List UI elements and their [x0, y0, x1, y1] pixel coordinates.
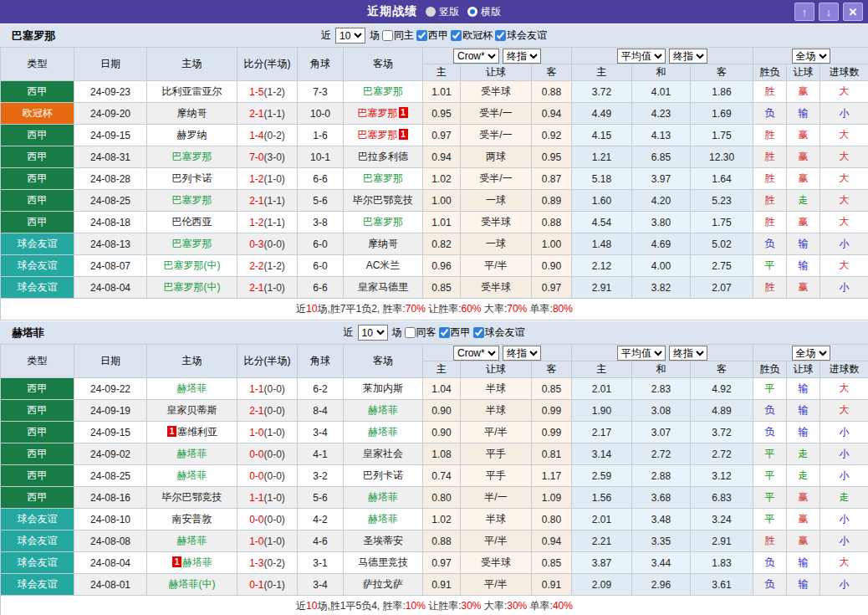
bookmaker-select[interactable]: Crow* — [453, 49, 499, 64]
match-date: 24-08-04 — [74, 277, 147, 299]
verdict-winlose: 负 — [753, 574, 787, 596]
verdict-handicap: 赢 — [787, 487, 820, 509]
verdict-goals: 小 — [820, 574, 868, 596]
bookmaker-select[interactable]: Crow* — [453, 346, 499, 361]
home-team-cell: 赫塔菲(中) — [147, 574, 237, 596]
checkbox-icon[interactable] — [439, 327, 450, 338]
near-label: 近 — [344, 325, 354, 340]
fulltime-score: 1-4 — [249, 130, 263, 141]
odds-home: 1.01 — [423, 81, 461, 103]
league-badge: 球会友谊 — [1, 552, 74, 574]
summary-label: 近 — [296, 303, 306, 315]
odds-handicap: 一球 — [461, 233, 532, 255]
games-count-select[interactable]: 10 — [358, 325, 388, 341]
move-up-button[interactable]: ↑ — [794, 3, 814, 21]
avg-draw: 3.97 — [632, 168, 691, 190]
summary-value: 60% — [462, 303, 482, 315]
score-cell: 1-3(0-2) — [237, 552, 298, 574]
verdict-winlose: 负 — [753, 422, 787, 443]
team-title: 巴塞罗那 — [12, 28, 55, 44]
fulltime-score: 0-0 — [249, 470, 263, 482]
checkbox-icon[interactable] — [416, 30, 427, 41]
column-header: 比分(半场) — [237, 345, 298, 378]
verdict-winlose: 胜 — [753, 125, 787, 146]
league-badge: 西甲 — [1, 443, 74, 465]
avg-home: 1.48 — [572, 233, 632, 255]
checkbox-icon[interactable] — [451, 30, 462, 41]
odds-stage-select[interactable]: 终指 — [503, 49, 541, 64]
home-team-cell: 赫罗纳 — [147, 125, 237, 146]
titlebar-buttons: ↑ ↓ ✕ — [794, 3, 863, 21]
sub-column-header: 主 — [423, 361, 461, 378]
team-name-text: 塞维利亚 — [177, 426, 217, 438]
move-down-button[interactable]: ↓ — [819, 3, 839, 21]
halftime-score: (1-0) — [264, 536, 285, 547]
avg-home: 2.91 — [572, 277, 632, 299]
sub-column-header: 主 — [423, 64, 461, 81]
close-button[interactable]: ✕ — [843, 3, 863, 21]
average-stage-select[interactable]: 终指 — [669, 346, 707, 361]
average-stage-select[interactable]: 终指 — [669, 49, 707, 64]
league-filter-checkbox[interactable]: 球会友谊 — [473, 325, 525, 340]
corner-score: 5-6 — [298, 487, 344, 509]
league-filter-checkbox[interactable]: 西甲 — [439, 325, 471, 340]
odds-home: 0.94 — [423, 146, 461, 168]
verdict-handicap: 输 — [787, 233, 820, 255]
avg-away: 2.07 — [691, 277, 753, 299]
odds-stage-select[interactable]: 终指 — [503, 346, 541, 361]
match-row: 西甲24-09-23比利亚雷亚尔1-5(1-2)7-3巴塞罗那1.01受半球0.… — [1, 81, 868, 103]
odds-home: 1.01 — [423, 212, 461, 233]
verdict-handicap: 走 — [787, 465, 820, 487]
away-team-cell: 巴塞罗那 — [344, 212, 423, 233]
average-select[interactable]: 平均值 — [617, 346, 666, 361]
match-date: 24-08-25 — [74, 190, 147, 212]
match-date: 24-08-07 — [74, 255, 147, 277]
sub-column-header: 主 — [572, 64, 632, 81]
team-name-text: 巴伦西亚 — [172, 216, 212, 228]
away-team-cell: 马德里竞技 — [344, 552, 423, 574]
same-venue-checkbox[interactable]: 同主 — [382, 28, 414, 43]
fulltime-score: 2-1 — [249, 195, 263, 207]
verdict-winlose: 平 — [753, 255, 787, 277]
fulltime-select[interactable]: 全场 — [792, 49, 830, 64]
league-filter-checkbox[interactable]: 欧冠杯 — [451, 28, 493, 43]
team-name-text: 赫塔菲(中) — [169, 578, 216, 590]
team-name-text: 毕尔巴鄂竞技 — [353, 194, 413, 206]
verdict-handicap: 走 — [787, 190, 820, 212]
fulltime-select[interactable]: 全场 — [792, 346, 830, 361]
checkbox-icon[interactable] — [495, 30, 506, 41]
team-name-text: 赫塔菲 — [368, 426, 398, 438]
view-option-horizontal[interactable]: 横版 — [467, 5, 501, 19]
fulltime-score: 1-1 — [249, 492, 263, 504]
checkbox-icon[interactable] — [382, 30, 393, 41]
avg-draw: 2.83 — [632, 378, 691, 400]
away-team: 巴塞罗那1 — [358, 107, 409, 119]
games-count-select[interactable]: 10 — [335, 28, 365, 44]
column-header: 主场 — [147, 48, 237, 81]
verdict-handicap: 输 — [787, 422, 820, 443]
home-team: 摩纳哥 — [177, 107, 207, 119]
away-team-cell: 巴列卡诺 — [344, 465, 423, 487]
verdict-goals: 小 — [820, 422, 868, 443]
odds-home: 0.85 — [423, 277, 461, 299]
team-name-text: 赫塔菲 — [177, 382, 207, 394]
league-filter-checkbox[interactable]: 西甲 — [416, 28, 448, 43]
home-team: 巴塞罗那(中) — [164, 259, 221, 271]
titlebar-center: 近期战绩 竖版 横版 — [0, 4, 868, 19]
league-filter-checkbox[interactable]: 球会友谊 — [495, 28, 547, 43]
average-select[interactable]: 平均值 — [617, 49, 666, 64]
match-date: 24-08-13 — [74, 233, 147, 255]
verdict-winlose: 负 — [753, 233, 787, 255]
column-header: 类型 — [1, 345, 74, 378]
verdict-goals: 大 — [820, 552, 868, 574]
same-venue-checkbox[interactable]: 同客 — [405, 325, 437, 340]
checkbox-icon[interactable] — [473, 327, 484, 338]
team-name-text: 赫塔菲 — [368, 513, 398, 525]
view-option-vertical[interactable]: 竖版 — [426, 5, 459, 19]
verdict-goals: 小 — [820, 277, 868, 299]
avg-away: 1.86 — [691, 81, 753, 103]
column-header: 角球 — [298, 345, 344, 378]
halftime-score: (1-0) — [264, 427, 285, 438]
checkbox-icon[interactable] — [405, 327, 416, 338]
radio-unselected-icon — [426, 7, 436, 17]
